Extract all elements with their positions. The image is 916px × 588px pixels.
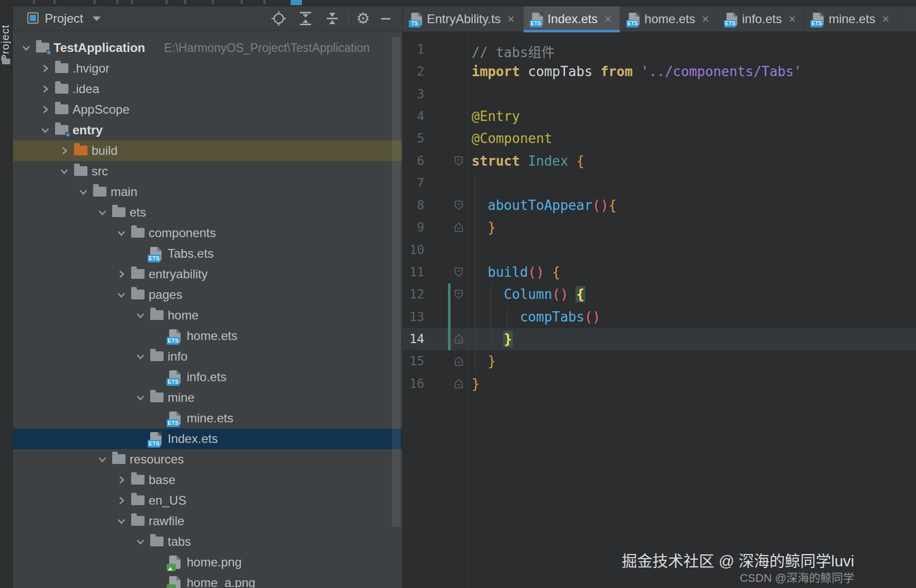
editor-tab-entryability-ts[interactable]: TSEntryAbility.ts× bbox=[403, 6, 524, 32]
line-number[interactable]: 15 bbox=[403, 354, 424, 368]
close-icon[interactable]: × bbox=[508, 12, 515, 26]
chevron-down-icon[interactable] bbox=[97, 207, 108, 218]
hide-panel-icon[interactable] bbox=[376, 9, 396, 28]
code-line-8[interactable]: aboutToAppear(){ bbox=[472, 198, 617, 213]
close-icon[interactable]: × bbox=[604, 12, 612, 26]
chevron-down-icon[interactable] bbox=[93, 16, 101, 21]
line-number[interactable]: 4 bbox=[403, 109, 424, 123]
line-number[interactable]: 8 bbox=[403, 198, 424, 212]
chevron-right-icon[interactable] bbox=[116, 495, 127, 506]
chevron-right-icon[interactable] bbox=[116, 269, 127, 280]
editor-tab-info-ets[interactable]: ETSinfo.ets× bbox=[718, 6, 804, 32]
editor-tab-home-ets[interactable]: ETShome.ets× bbox=[620, 6, 718, 32]
code-line-12[interactable]: Column() { bbox=[472, 287, 584, 302]
tree-item-home-ets[interactable]: ETShome.ets bbox=[13, 326, 402, 346]
tree-item-build[interactable]: build bbox=[13, 140, 402, 161]
expand-all-icon[interactable] bbox=[296, 9, 315, 28]
tree-item-pages[interactable]: pages bbox=[13, 284, 402, 305]
line-number[interactable]: 12 bbox=[403, 287, 424, 301]
close-icon[interactable]: × bbox=[702, 12, 709, 26]
chevron-down-icon[interactable] bbox=[135, 310, 146, 321]
fold-end-icon[interactable] bbox=[453, 333, 464, 345]
line-number[interactable]: 2 bbox=[403, 64, 424, 79]
line-number[interactable]: 9 bbox=[403, 220, 424, 235]
close-icon[interactable]: × bbox=[882, 12, 889, 26]
tree-item-info[interactable]: info bbox=[13, 346, 402, 367]
chevron-right-icon[interactable] bbox=[116, 474, 127, 486]
chevron-right-icon[interactable] bbox=[40, 63, 51, 74]
tree-item-en-us[interactable]: en_US bbox=[13, 490, 402, 511]
chevron-right-icon[interactable] bbox=[40, 83, 51, 95]
tree-item-resources[interactable]: resources bbox=[13, 449, 402, 470]
tree-item-home-png[interactable]: home.png bbox=[13, 552, 402, 573]
chevron-right-icon[interactable] bbox=[59, 145, 70, 156]
tree-item-entryability[interactable]: entryability bbox=[13, 264, 402, 284]
line-number[interactable]: 1 bbox=[403, 42, 424, 57]
chevron-down-icon[interactable] bbox=[40, 124, 51, 136]
tree-item-home-a-png[interactable]: home_a.png bbox=[13, 573, 402, 588]
tree-item-ets[interactable]: ets bbox=[13, 202, 402, 223]
chevron-down-icon[interactable] bbox=[135, 351, 146, 362]
tree-item-rawfile[interactable]: rawfile bbox=[13, 511, 402, 531]
project-view-selector[interactable]: Project bbox=[45, 11, 83, 26]
tree-item-tabs-ets[interactable]: ETSTabs.ets bbox=[13, 243, 402, 264]
chevron-down-icon[interactable] bbox=[116, 515, 127, 527]
chevron-down-icon[interactable] bbox=[78, 186, 89, 198]
fold-start-icon[interactable] bbox=[453, 289, 464, 300]
code-line-13[interactable]: compTabs() bbox=[472, 309, 600, 325]
chevron-right-icon[interactable] bbox=[40, 104, 51, 115]
code-line-1[interactable]: // tabs组件 bbox=[472, 42, 555, 61]
settings-gear-icon[interactable]: ⚙ bbox=[353, 9, 373, 28]
vcs-change-bar[interactable] bbox=[448, 283, 451, 350]
chevron-down-icon[interactable] bbox=[59, 166, 70, 177]
fold-end-icon[interactable] bbox=[453, 355, 464, 367]
code-line-5[interactable]: @Component bbox=[472, 131, 552, 146]
stripe-folder-icon[interactable] bbox=[2, 59, 10, 64]
tree-item-mine-ets[interactable]: ETSmine.ets bbox=[13, 408, 402, 429]
fold-end-icon[interactable] bbox=[453, 378, 464, 389]
line-number[interactable]: 13 bbox=[403, 310, 424, 324]
tree-item-home[interactable]: home bbox=[13, 305, 402, 326]
line-number[interactable]: 10 bbox=[403, 243, 424, 257]
code-line-6[interactable]: struct Index { bbox=[472, 153, 584, 169]
fold-start-icon[interactable] bbox=[453, 200, 464, 211]
chevron-down-icon[interactable] bbox=[116, 227, 127, 239]
tree-item-components[interactable]: components bbox=[13, 223, 402, 243]
code-line-11[interactable]: build() { bbox=[472, 264, 560, 280]
collapse-all-icon[interactable] bbox=[322, 9, 342, 28]
stripe-project-tab[interactable]: Project bbox=[0, 15, 12, 62]
tree-item-tabs[interactable]: tabs bbox=[13, 531, 402, 552]
tree-item--hvigor[interactable]: .hvigor bbox=[13, 58, 402, 79]
tree-item-info-ets[interactable]: ETSinfo.ets bbox=[13, 367, 402, 387]
line-number[interactable]: 3 bbox=[403, 87, 424, 101]
editor-tab-mine-ets[interactable]: ETSmine.ets× bbox=[804, 6, 898, 32]
line-number[interactable]: 6 bbox=[403, 154, 424, 168]
tree-item-main[interactable]: main bbox=[13, 182, 402, 202]
tree-scrollbar[interactable] bbox=[392, 37, 401, 527]
locate-file-icon[interactable] bbox=[269, 9, 289, 28]
fold-start-icon[interactable] bbox=[453, 155, 464, 167]
tree-item-entry[interactable]: entry bbox=[13, 120, 402, 140]
chevron-down-icon[interactable] bbox=[135, 536, 146, 547]
code-line-16[interactable]: } bbox=[472, 376, 480, 391]
close-icon[interactable]: × bbox=[788, 12, 796, 26]
tree-item--idea[interactable]: .idea bbox=[13, 79, 402, 99]
fold-start-icon[interactable] bbox=[453, 266, 464, 278]
tree-item-src[interactable]: src bbox=[13, 161, 402, 182]
tree-item-appscope[interactable]: AppScope bbox=[13, 99, 402, 120]
code-line-15[interactable]: } bbox=[472, 353, 496, 369]
chevron-down-icon[interactable] bbox=[135, 392, 146, 403]
line-number[interactable]: 11 bbox=[403, 265, 424, 279]
code-line-2[interactable]: import compTabs from '../components/Tabs… bbox=[472, 64, 802, 79]
chevron-down-icon[interactable] bbox=[116, 289, 127, 300]
editor-tab-index-ets[interactable]: ETSIndex.ets× bbox=[524, 6, 620, 32]
line-number[interactable]: 16 bbox=[403, 377, 424, 391]
chevron-down-icon[interactable] bbox=[21, 42, 32, 54]
line-number[interactable]: 5 bbox=[403, 131, 424, 146]
tree-item-index-ets[interactable]: ETSIndex.ets bbox=[13, 429, 402, 449]
fold-end-icon[interactable] bbox=[453, 222, 464, 233]
code-line-14[interactable]: } bbox=[472, 331, 512, 347]
code-line-9[interactable]: } bbox=[472, 220, 496, 235]
tree-item-mine[interactable]: mine bbox=[13, 387, 402, 408]
code-line-4[interactable]: @Entry bbox=[472, 109, 520, 124]
